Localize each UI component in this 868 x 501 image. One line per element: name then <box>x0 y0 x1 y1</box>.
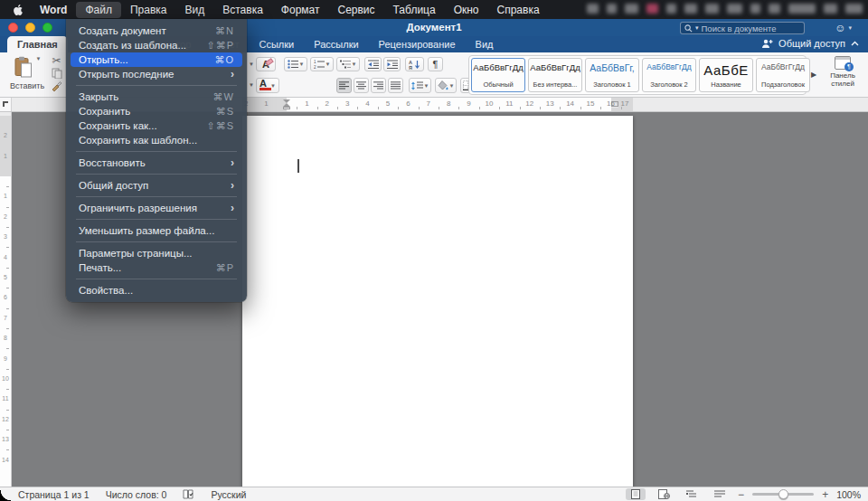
file-menu-item-label: Печать... <box>79 262 216 273</box>
file-menu-item-label: Ограничить разрешения <box>79 203 231 213</box>
print-layout-view-button[interactable] <box>626 488 646 500</box>
menubar-item-table[interactable]: Таблица <box>384 2 445 18</box>
clear-formatting-button[interactable]: А <box>256 57 276 71</box>
word-count[interactable]: Число слов: 0 <box>106 489 167 500</box>
increase-indent-button[interactable] <box>383 57 401 71</box>
search-scope-arrow[interactable]: ▾ <box>695 24 699 32</box>
menubar-item-file[interactable]: Файл <box>76 2 121 18</box>
numbered-list-button[interactable]: 12 ▼ <box>310 57 334 71</box>
document-page[interactable] <box>242 116 633 488</box>
tab-stop-selector[interactable] <box>0 98 12 111</box>
file-menu-item-save[interactable]: Сохранить⌘S <box>71 104 242 118</box>
file-menu-item-save-as-template[interactable]: Сохранить как шаблон... <box>71 133 242 147</box>
multilevel-list-button[interactable]: ▼ <box>336 57 360 71</box>
spellcheck-icon[interactable] <box>183 489 194 499</box>
style-card-title[interactable]: АаБбЕНазвание <box>699 58 753 92</box>
sort-az-icon: АЯ <box>409 60 420 70</box>
file-menu-item-reduce-file-size[interactable]: Уменьшить размер файла... <box>71 223 242 238</box>
file-menu-item-new-from-template[interactable]: Создать из шаблона...⇧⌘P <box>71 38 242 52</box>
file-menu-item-open-recent[interactable]: Открыть последние› <box>71 67 242 81</box>
page-count[interactable]: Страница 1 из 1 <box>18 489 90 500</box>
menubar-item-edit[interactable]: Правка <box>121 2 176 18</box>
styles-gallery-more-button[interactable]: ▶ <box>811 71 816 79</box>
font-color-button[interactable]: А ▼ <box>256 78 279 93</box>
shortcut-label: ⌘P <box>216 262 234 274</box>
line-spacing-button[interactable]: ▼ <box>409 78 431 93</box>
cut-button[interactable]: ✂ <box>52 54 61 67</box>
outline-view-button[interactable] <box>682 488 702 500</box>
menubar-item-insert[interactable]: Вставка <box>213 2 272 18</box>
menu-separator <box>76 241 237 242</box>
ribbon-tab-review[interactable]: Рецензирование <box>369 36 466 52</box>
ruler-tick <box>6 186 9 187</box>
draft-view-button[interactable] <box>710 488 730 500</box>
file-menu-item-print[interactable]: Печать...⌘P <box>71 260 242 275</box>
format-painter-button[interactable] <box>51 80 62 91</box>
web-layout-view-button[interactable] <box>654 488 674 500</box>
sort-button[interactable]: АЯ <box>405 57 424 71</box>
file-menu-item-label: Свойства... <box>79 285 234 296</box>
menubar-item-tools[interactable]: Сервис <box>328 2 383 18</box>
search-input[interactable]: ▾ Поиск в документе <box>680 22 805 34</box>
style-card-no-spacing[interactable]: АаБбВвГгДдБез интерва... <box>528 58 582 92</box>
zoom-level[interactable]: 100% <box>836 489 861 500</box>
file-menu-item-open[interactable]: Открыть...⌘O <box>71 52 242 67</box>
ruler-number: 14 <box>566 99 574 108</box>
menubar-status-icons[interactable] <box>587 4 863 14</box>
font-size-dropdown-stub[interactable]: ▼ <box>249 61 254 67</box>
zoom-in-button[interactable]: + <box>822 490 828 499</box>
paste-button[interactable]: ▼ Вставить <box>7 56 47 90</box>
shading-button[interactable]: ▼ <box>435 78 457 93</box>
file-menu-item-share[interactable]: Общий доступ› <box>71 178 242 193</box>
macos-menu-bar: WordФайлПравкаВидВставкаФорматСервисТабл… <box>0 0 868 19</box>
styles-pane-button[interactable]: ¶ Панель стилей <box>821 56 864 88</box>
ribbon-tab-home[interactable]: Главная <box>7 36 68 52</box>
bullet-list-button[interactable]: ▼ <box>284 57 307 71</box>
menubar-item-view[interactable]: Вид <box>176 2 214 18</box>
menubar-item-word[interactable]: Word <box>31 2 76 18</box>
ribbon-tab-view[interactable]: Вид <box>466 36 504 52</box>
justify-button[interactable] <box>388 78 403 93</box>
ribbon-tab-mailings[interactable]: Рассылки <box>304 36 368 52</box>
style-card-heading-1[interactable]: АаБбВвГг,Заголовок 1 <box>585 58 639 92</box>
file-menu-item-label: Закрыть <box>79 91 213 102</box>
file-menu-item-page-setup[interactable]: Параметры страницы... <box>71 246 242 260</box>
file-menu-item-properties[interactable]: Свойства... <box>71 283 242 298</box>
ruler-number: 1 <box>305 99 308 108</box>
paragraph-marks-button[interactable]: ¶ <box>428 57 443 71</box>
align-right-button[interactable] <box>371 78 386 93</box>
style-card-heading-2[interactable]: АаБбВвГгДдЗаголовок 2 <box>642 58 696 92</box>
copy-button[interactable] <box>52 68 62 79</box>
apple-icon[interactable] <box>13 4 24 16</box>
share-button[interactable]: Общий доступ <box>761 38 859 49</box>
collapse-ribbon-icon[interactable] <box>851 41 859 46</box>
align-left-button[interactable] <box>336 78 352 93</box>
paste-dropdown-arrow[interactable]: ▼ <box>36 56 42 61</box>
menubar-item-format[interactable]: Формат <box>272 2 329 18</box>
zoom-out-button[interactable]: − <box>738 490 744 499</box>
web-layout-icon <box>658 489 670 499</box>
style-card-normal[interactable]: АаБбВвГгДдОбычный <box>471 58 525 92</box>
menubar-item-window[interactable]: Окно <box>445 2 488 18</box>
language-indicator[interactable]: Русский <box>211 489 246 500</box>
indent-marker-left[interactable] <box>283 99 290 109</box>
file-menu-item-close[interactable]: Закрыть⌘W <box>71 90 242 104</box>
decrease-indent-button[interactable] <box>364 57 382 71</box>
file-menu-item-restrict-permissions[interactable]: Ограничить разрешения› <box>71 201 242 215</box>
file-menu-item-revert[interactable]: Восстановить› <box>71 156 242 170</box>
feedback-button[interactable]: ☺ ▾ <box>835 22 852 34</box>
file-menu-item-new-document[interactable]: Создать документ⌘N <box>71 24 242 38</box>
zoom-slider[interactable] <box>752 493 814 496</box>
ruler-tick <box>6 308 9 309</box>
font-style-dropdown-stub[interactable]: ▼ <box>249 82 254 88</box>
file-menu-item-save-as[interactable]: Сохранить как...⇧⌘S <box>71 118 242 133</box>
style-name: Подзаголовок <box>757 80 809 91</box>
ribbon-tab-references[interactable]: Ссылки <box>250 36 305 52</box>
multilevel-list-icon <box>340 60 351 69</box>
search-placeholder: Поиск в документе <box>702 24 777 33</box>
menubar-item-help[interactable]: Справка <box>488 2 549 18</box>
zoom-slider-knob[interactable] <box>778 489 788 499</box>
align-center-button[interactable] <box>354 78 369 93</box>
style-card-subtitle[interactable]: АаБбВгГгДдПодзаголовок <box>756 58 810 92</box>
ruler-number: 13 <box>0 436 11 442</box>
